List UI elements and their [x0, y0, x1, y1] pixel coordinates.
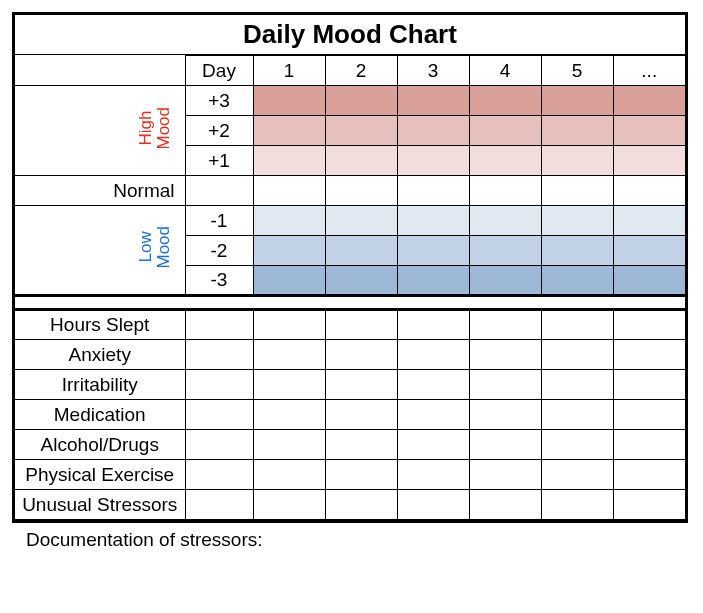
cell[interactable]: [253, 370, 325, 400]
cell[interactable]: [613, 116, 685, 146]
cell[interactable]: [185, 400, 253, 430]
cell[interactable]: [325, 116, 397, 146]
cell[interactable]: [325, 310, 397, 340]
cell[interactable]: [253, 460, 325, 490]
cell[interactable]: [185, 490, 253, 520]
cell[interactable]: [325, 206, 397, 236]
cell[interactable]: [469, 176, 541, 206]
cell[interactable]: [397, 86, 469, 116]
cell[interactable]: [469, 370, 541, 400]
cell[interactable]: [397, 116, 469, 146]
cell[interactable]: [397, 340, 469, 370]
cell[interactable]: [253, 146, 325, 176]
cell[interactable]: [253, 86, 325, 116]
cell[interactable]: [541, 206, 613, 236]
cell[interactable]: [253, 176, 325, 206]
cell[interactable]: [325, 266, 397, 296]
cell[interactable]: [397, 176, 469, 206]
cell[interactable]: [325, 400, 397, 430]
cell[interactable]: [613, 400, 685, 430]
cell[interactable]: [325, 430, 397, 460]
cell[interactable]: [325, 176, 397, 206]
cell[interactable]: [541, 430, 613, 460]
cell[interactable]: [613, 206, 685, 236]
cell[interactable]: [541, 146, 613, 176]
cell[interactable]: [397, 236, 469, 266]
cell[interactable]: [253, 340, 325, 370]
cell[interactable]: [541, 400, 613, 430]
cell[interactable]: [469, 400, 541, 430]
cell[interactable]: [469, 310, 541, 340]
cell[interactable]: [253, 266, 325, 296]
cell[interactable]: [469, 206, 541, 236]
cell[interactable]: [541, 490, 613, 520]
cell[interactable]: [613, 176, 685, 206]
row-normal: Normal: [15, 176, 685, 206]
cell[interactable]: [541, 460, 613, 490]
cell[interactable]: [541, 266, 613, 296]
cell[interactable]: [397, 146, 469, 176]
cell[interactable]: [397, 460, 469, 490]
cell[interactable]: [469, 146, 541, 176]
cell[interactable]: [613, 236, 685, 266]
cell[interactable]: [469, 340, 541, 370]
cell[interactable]: [253, 490, 325, 520]
cell[interactable]: [253, 310, 325, 340]
cell[interactable]: [397, 206, 469, 236]
cell[interactable]: [469, 236, 541, 266]
cell[interactable]: [325, 370, 397, 400]
cell[interactable]: [613, 310, 685, 340]
cell[interactable]: [613, 340, 685, 370]
level-p3: +3: [185, 86, 253, 116]
cell[interactable]: [397, 400, 469, 430]
cell[interactable]: [469, 266, 541, 296]
cell[interactable]: [185, 340, 253, 370]
cell[interactable]: [541, 340, 613, 370]
cell[interactable]: [613, 370, 685, 400]
cell[interactable]: [541, 176, 613, 206]
cell[interactable]: [253, 206, 325, 236]
cell[interactable]: [613, 490, 685, 520]
cell[interactable]: [325, 460, 397, 490]
row-plus3: HighMood +3: [15, 86, 685, 116]
cell[interactable]: [325, 340, 397, 370]
cell[interactable]: [185, 430, 253, 460]
cell[interactable]: [613, 86, 685, 116]
cell[interactable]: [469, 490, 541, 520]
tracker-row: Physical Exercise: [15, 460, 685, 490]
cell[interactable]: [613, 146, 685, 176]
cell[interactable]: [397, 310, 469, 340]
level-m3: -3: [185, 266, 253, 296]
tracker-label: Irritability: [15, 370, 185, 400]
cell[interactable]: [613, 460, 685, 490]
cell[interactable]: [325, 490, 397, 520]
cell[interactable]: [253, 400, 325, 430]
cell[interactable]: [613, 266, 685, 296]
cell[interactable]: [397, 490, 469, 520]
cell[interactable]: [541, 116, 613, 146]
cell[interactable]: [325, 146, 397, 176]
cell[interactable]: [469, 460, 541, 490]
cell[interactable]: [541, 370, 613, 400]
cell[interactable]: [469, 86, 541, 116]
cell[interactable]: [185, 310, 253, 340]
cell[interactable]: [253, 430, 325, 460]
cell[interactable]: [541, 86, 613, 116]
col-more: ...: [613, 56, 685, 86]
cell[interactable]: [469, 430, 541, 460]
cell[interactable]: [397, 430, 469, 460]
cell[interactable]: [185, 460, 253, 490]
cell[interactable]: [397, 266, 469, 296]
cell[interactable]: [541, 310, 613, 340]
cell[interactable]: [325, 236, 397, 266]
cell[interactable]: [541, 236, 613, 266]
header-blank: [15, 56, 185, 86]
cell[interactable]: [325, 86, 397, 116]
cell[interactable]: [253, 116, 325, 146]
cell[interactable]: [613, 430, 685, 460]
level-m2: -2: [185, 236, 253, 266]
cell[interactable]: [397, 370, 469, 400]
cell[interactable]: [253, 236, 325, 266]
cell[interactable]: [469, 116, 541, 146]
cell[interactable]: [185, 370, 253, 400]
